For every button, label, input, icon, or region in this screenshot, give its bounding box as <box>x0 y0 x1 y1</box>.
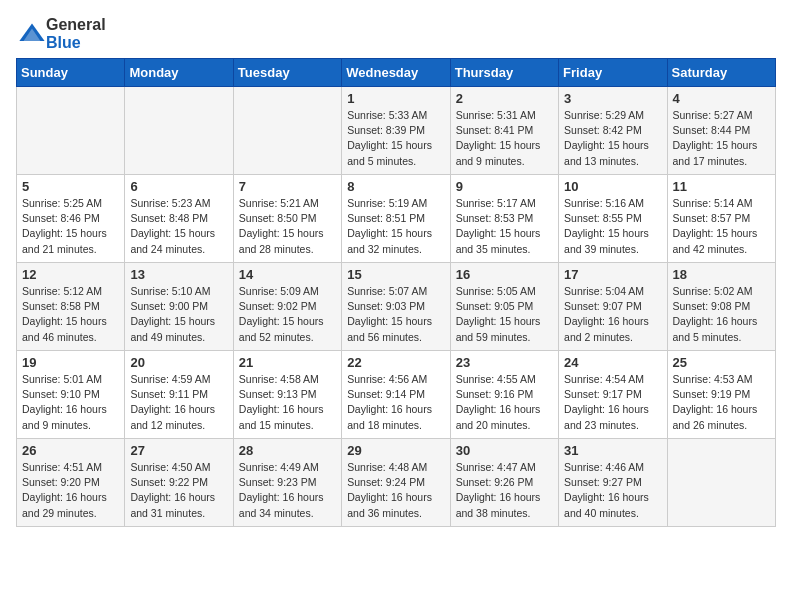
week-row-1: 1Sunrise: 5:33 AM Sunset: 8:39 PM Daylig… <box>17 87 776 175</box>
calendar-cell: 7Sunrise: 5:21 AM Sunset: 8:50 PM Daylig… <box>233 175 341 263</box>
week-row-3: 12Sunrise: 5:12 AM Sunset: 8:58 PM Dayli… <box>17 263 776 351</box>
day-number: 4 <box>673 91 770 106</box>
day-number: 9 <box>456 179 553 194</box>
logo: General Blue <box>16 16 106 52</box>
day-detail: Sunrise: 5:33 AM Sunset: 8:39 PM Dayligh… <box>347 108 444 169</box>
day-detail: Sunrise: 4:50 AM Sunset: 9:22 PM Dayligh… <box>130 460 227 521</box>
day-detail: Sunrise: 4:56 AM Sunset: 9:14 PM Dayligh… <box>347 372 444 433</box>
calendar-cell <box>667 439 775 527</box>
calendar-cell <box>125 87 233 175</box>
calendar-cell: 30Sunrise: 4:47 AM Sunset: 9:26 PM Dayli… <box>450 439 558 527</box>
page-header: General Blue <box>16 16 776 52</box>
calendar-cell: 3Sunrise: 5:29 AM Sunset: 8:42 PM Daylig… <box>559 87 667 175</box>
day-number: 24 <box>564 355 661 370</box>
day-number: 29 <box>347 443 444 458</box>
day-detail: Sunrise: 5:17 AM Sunset: 8:53 PM Dayligh… <box>456 196 553 257</box>
day-number: 3 <box>564 91 661 106</box>
calendar-cell: 5Sunrise: 5:25 AM Sunset: 8:46 PM Daylig… <box>17 175 125 263</box>
calendar-cell: 28Sunrise: 4:49 AM Sunset: 9:23 PM Dayli… <box>233 439 341 527</box>
calendar-cell <box>233 87 341 175</box>
calendar-cell: 10Sunrise: 5:16 AM Sunset: 8:55 PM Dayli… <box>559 175 667 263</box>
calendar-cell: 26Sunrise: 4:51 AM Sunset: 9:20 PM Dayli… <box>17 439 125 527</box>
day-header-thursday: Thursday <box>450 59 558 87</box>
day-number: 27 <box>130 443 227 458</box>
day-detail: Sunrise: 4:47 AM Sunset: 9:26 PM Dayligh… <box>456 460 553 521</box>
calendar-cell: 20Sunrise: 4:59 AM Sunset: 9:11 PM Dayli… <box>125 351 233 439</box>
day-number: 8 <box>347 179 444 194</box>
day-detail: Sunrise: 5:09 AM Sunset: 9:02 PM Dayligh… <box>239 284 336 345</box>
day-number: 13 <box>130 267 227 282</box>
day-number: 20 <box>130 355 227 370</box>
day-number: 15 <box>347 267 444 282</box>
day-detail: Sunrise: 5:25 AM Sunset: 8:46 PM Dayligh… <box>22 196 119 257</box>
day-header-friday: Friday <box>559 59 667 87</box>
day-detail: Sunrise: 5:23 AM Sunset: 8:48 PM Dayligh… <box>130 196 227 257</box>
calendar-cell: 9Sunrise: 5:17 AM Sunset: 8:53 PM Daylig… <box>450 175 558 263</box>
calendar-cell: 24Sunrise: 4:54 AM Sunset: 9:17 PM Dayli… <box>559 351 667 439</box>
day-header-tuesday: Tuesday <box>233 59 341 87</box>
day-number: 10 <box>564 179 661 194</box>
day-number: 18 <box>673 267 770 282</box>
calendar-cell: 17Sunrise: 5:04 AM Sunset: 9:07 PM Dayli… <box>559 263 667 351</box>
day-detail: Sunrise: 4:49 AM Sunset: 9:23 PM Dayligh… <box>239 460 336 521</box>
calendar-table: SundayMondayTuesdayWednesdayThursdayFrid… <box>16 58 776 527</box>
calendar-cell: 18Sunrise: 5:02 AM Sunset: 9:08 PM Dayli… <box>667 263 775 351</box>
day-detail: Sunrise: 4:59 AM Sunset: 9:11 PM Dayligh… <box>130 372 227 433</box>
calendar-cell: 11Sunrise: 5:14 AM Sunset: 8:57 PM Dayli… <box>667 175 775 263</box>
day-number: 2 <box>456 91 553 106</box>
calendar-cell: 6Sunrise: 5:23 AM Sunset: 8:48 PM Daylig… <box>125 175 233 263</box>
day-detail: Sunrise: 5:02 AM Sunset: 9:08 PM Dayligh… <box>673 284 770 345</box>
calendar-cell: 16Sunrise: 5:05 AM Sunset: 9:05 PM Dayli… <box>450 263 558 351</box>
day-number: 12 <box>22 267 119 282</box>
day-number: 6 <box>130 179 227 194</box>
calendar-cell: 29Sunrise: 4:48 AM Sunset: 9:24 PM Dayli… <box>342 439 450 527</box>
calendar-cell: 2Sunrise: 5:31 AM Sunset: 8:41 PM Daylig… <box>450 87 558 175</box>
calendar-cell: 14Sunrise: 5:09 AM Sunset: 9:02 PM Dayli… <box>233 263 341 351</box>
day-number: 26 <box>22 443 119 458</box>
day-detail: Sunrise: 5:10 AM Sunset: 9:00 PM Dayligh… <box>130 284 227 345</box>
day-header-sunday: Sunday <box>17 59 125 87</box>
day-number: 17 <box>564 267 661 282</box>
calendar-cell: 23Sunrise: 4:55 AM Sunset: 9:16 PM Dayli… <box>450 351 558 439</box>
day-detail: Sunrise: 5:14 AM Sunset: 8:57 PM Dayligh… <box>673 196 770 257</box>
day-detail: Sunrise: 5:04 AM Sunset: 9:07 PM Dayligh… <box>564 284 661 345</box>
week-row-4: 19Sunrise: 5:01 AM Sunset: 9:10 PM Dayli… <box>17 351 776 439</box>
day-detail: Sunrise: 5:07 AM Sunset: 9:03 PM Dayligh… <box>347 284 444 345</box>
calendar-cell: 8Sunrise: 5:19 AM Sunset: 8:51 PM Daylig… <box>342 175 450 263</box>
logo-icon <box>18 20 46 48</box>
calendar-cell: 13Sunrise: 5:10 AM Sunset: 9:00 PM Dayli… <box>125 263 233 351</box>
calendar-cell: 25Sunrise: 4:53 AM Sunset: 9:19 PM Dayli… <box>667 351 775 439</box>
calendar-cell: 1Sunrise: 5:33 AM Sunset: 8:39 PM Daylig… <box>342 87 450 175</box>
day-number: 28 <box>239 443 336 458</box>
calendar-cell: 22Sunrise: 4:56 AM Sunset: 9:14 PM Dayli… <box>342 351 450 439</box>
day-header-monday: Monday <box>125 59 233 87</box>
day-detail: Sunrise: 4:51 AM Sunset: 9:20 PM Dayligh… <box>22 460 119 521</box>
day-detail: Sunrise: 5:19 AM Sunset: 8:51 PM Dayligh… <box>347 196 444 257</box>
calendar-cell: 27Sunrise: 4:50 AM Sunset: 9:22 PM Dayli… <box>125 439 233 527</box>
day-number: 5 <box>22 179 119 194</box>
day-detail: Sunrise: 4:54 AM Sunset: 9:17 PM Dayligh… <box>564 372 661 433</box>
day-detail: Sunrise: 5:05 AM Sunset: 9:05 PM Dayligh… <box>456 284 553 345</box>
day-detail: Sunrise: 5:01 AM Sunset: 9:10 PM Dayligh… <box>22 372 119 433</box>
day-detail: Sunrise: 4:48 AM Sunset: 9:24 PM Dayligh… <box>347 460 444 521</box>
day-header-saturday: Saturday <box>667 59 775 87</box>
calendar-cell: 31Sunrise: 4:46 AM Sunset: 9:27 PM Dayli… <box>559 439 667 527</box>
day-number: 25 <box>673 355 770 370</box>
calendar-cell: 15Sunrise: 5:07 AM Sunset: 9:03 PM Dayli… <box>342 263 450 351</box>
day-detail: Sunrise: 4:58 AM Sunset: 9:13 PM Dayligh… <box>239 372 336 433</box>
day-number: 19 <box>22 355 119 370</box>
day-header-wednesday: Wednesday <box>342 59 450 87</box>
day-detail: Sunrise: 5:31 AM Sunset: 8:41 PM Dayligh… <box>456 108 553 169</box>
day-number: 21 <box>239 355 336 370</box>
day-number: 1 <box>347 91 444 106</box>
day-detail: Sunrise: 5:12 AM Sunset: 8:58 PM Dayligh… <box>22 284 119 345</box>
day-number: 23 <box>456 355 553 370</box>
day-number: 22 <box>347 355 444 370</box>
calendar-cell: 4Sunrise: 5:27 AM Sunset: 8:44 PM Daylig… <box>667 87 775 175</box>
day-number: 7 <box>239 179 336 194</box>
calendar-cell: 21Sunrise: 4:58 AM Sunset: 9:13 PM Dayli… <box>233 351 341 439</box>
calendar-cell <box>17 87 125 175</box>
day-detail: Sunrise: 4:55 AM Sunset: 9:16 PM Dayligh… <box>456 372 553 433</box>
week-row-5: 26Sunrise: 4:51 AM Sunset: 9:20 PM Dayli… <box>17 439 776 527</box>
day-detail: Sunrise: 5:21 AM Sunset: 8:50 PM Dayligh… <box>239 196 336 257</box>
